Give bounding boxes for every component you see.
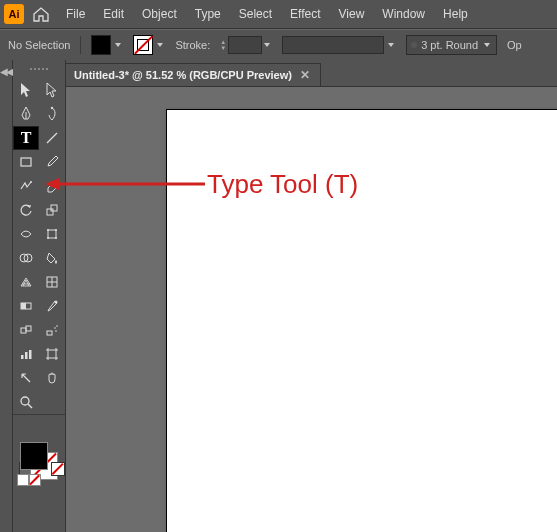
artboard-tool[interactable] (39, 342, 65, 366)
panel-collapse-icon[interactable]: ◀◀ (0, 66, 12, 77)
menu-effect[interactable]: Effect (282, 3, 328, 25)
app-logo: Ai (4, 4, 24, 24)
fill-dropdown-icon[interactable] (113, 38, 123, 52)
menu-edit[interactable]: Edit (95, 3, 132, 25)
color-mode-none[interactable] (51, 462, 65, 476)
svg-rect-5 (51, 205, 57, 211)
eyedropper-tool[interactable] (39, 294, 65, 318)
menu-view[interactable]: View (331, 3, 373, 25)
stroke-swatch-group[interactable] (133, 35, 165, 55)
variable-width-profile-input[interactable] (282, 36, 384, 54)
svg-point-21 (56, 325, 58, 327)
gradient-tool[interactable] (13, 294, 39, 318)
menu-object[interactable]: Object (134, 3, 185, 25)
zoom-tool[interactable] (13, 390, 39, 414)
stroke-swatch[interactable] (133, 35, 153, 55)
document-tab[interactable]: Untitled-3* @ 51.52 % (RGB/CPU Preview) … (66, 63, 321, 86)
default-fillstroke-icon[interactable] (17, 474, 29, 486)
svg-point-27 (21, 397, 29, 405)
svg-point-3 (30, 181, 32, 183)
selection-tool[interactable] (13, 78, 39, 102)
hand-tool[interactable] (39, 366, 65, 390)
type-tool[interactable]: T (13, 126, 39, 150)
svg-point-16 (55, 301, 58, 304)
svg-rect-19 (47, 331, 52, 335)
svg-rect-4 (47, 209, 53, 215)
menu-file[interactable]: File (58, 3, 93, 25)
fill-color-box[interactable] (20, 442, 48, 470)
svg-rect-17 (21, 328, 26, 333)
perspective-grid-tool[interactable] (13, 270, 39, 294)
symbol-sprayer-tool[interactable] (39, 318, 65, 342)
artboard[interactable] (166, 109, 557, 532)
svg-point-0 (51, 107, 53, 109)
menu-select[interactable]: Select (231, 3, 280, 25)
fill-swatch-group[interactable] (91, 35, 123, 55)
document-tab-title: Untitled-3* @ 51.52 % (RGB/CPU Preview) (74, 69, 292, 81)
panel-grip-icon[interactable] (19, 68, 59, 74)
mesh-tool[interactable] (39, 270, 65, 294)
fill-swatch[interactable] (91, 35, 111, 55)
svg-rect-25 (29, 350, 32, 359)
selection-status: No Selection (8, 39, 70, 51)
width-tool[interactable] (13, 222, 39, 246)
svg-rect-23 (21, 355, 24, 359)
menu-bar: File Edit Object Type Select Effect View… (58, 3, 476, 25)
svg-rect-24 (25, 352, 28, 359)
svg-point-8 (55, 229, 57, 231)
svg-point-22 (55, 330, 57, 332)
slice-tool[interactable] (13, 366, 39, 390)
curvature-tool[interactable] (39, 102, 65, 126)
svg-rect-26 (48, 350, 56, 358)
scale-tool[interactable] (39, 198, 65, 222)
direct-selection-tool[interactable] (39, 78, 65, 102)
blend-tool[interactable] (13, 318, 39, 342)
line-segment-tool[interactable] (39, 126, 65, 150)
home-icon[interactable] (32, 6, 50, 22)
tools-panel: T (13, 60, 66, 532)
shape-builder-tool[interactable] (13, 246, 39, 270)
stroke-dropdown-icon[interactable] (155, 38, 165, 52)
menu-window[interactable]: Window (374, 3, 433, 25)
stroke-step-down-icon[interactable]: ▼ (220, 45, 226, 51)
svg-rect-2 (21, 158, 31, 166)
eraser-tool[interactable] (39, 174, 65, 198)
variable-width-dropdown-icon[interactable] (386, 38, 396, 52)
svg-point-9 (47, 237, 49, 239)
menu-help[interactable]: Help (435, 3, 476, 25)
brush-profile-button[interactable]: 3 pt. Round (406, 35, 497, 55)
brush-profile-dropdown-icon[interactable] (482, 38, 492, 52)
svg-point-10 (55, 237, 57, 239)
column-graph-tool[interactable] (13, 342, 39, 366)
free-transform-tool[interactable] (39, 222, 65, 246)
brush-profile-label: 3 pt. Round (421, 39, 478, 51)
live-paint-bucket-tool[interactable] (39, 246, 65, 270)
shaper-tool[interactable] (13, 174, 39, 198)
stroke-weight-input[interactable] (228, 36, 262, 54)
empty-tool-slot (39, 390, 65, 414)
profile-dot-icon (411, 42, 417, 48)
menu-type[interactable]: Type (187, 3, 229, 25)
svg-rect-15 (21, 303, 26, 309)
svg-line-28 (28, 404, 32, 408)
close-tab-icon[interactable]: ✕ (300, 68, 310, 82)
rectangle-tool[interactable] (13, 150, 39, 174)
canvas-area[interactable] (66, 87, 557, 532)
svg-point-7 (47, 229, 49, 231)
svg-rect-6 (48, 230, 56, 238)
paintbrush-tool[interactable] (39, 150, 65, 174)
svg-rect-18 (26, 326, 31, 331)
pen-tool[interactable] (13, 102, 39, 126)
rotate-tool[interactable] (13, 198, 39, 222)
svg-point-20 (54, 327, 56, 329)
stroke-weight-dropdown-icon[interactable] (262, 38, 272, 52)
opacity-label: Op (507, 39, 522, 51)
stroke-label: Stroke: (175, 39, 210, 51)
svg-line-1 (47, 133, 57, 143)
